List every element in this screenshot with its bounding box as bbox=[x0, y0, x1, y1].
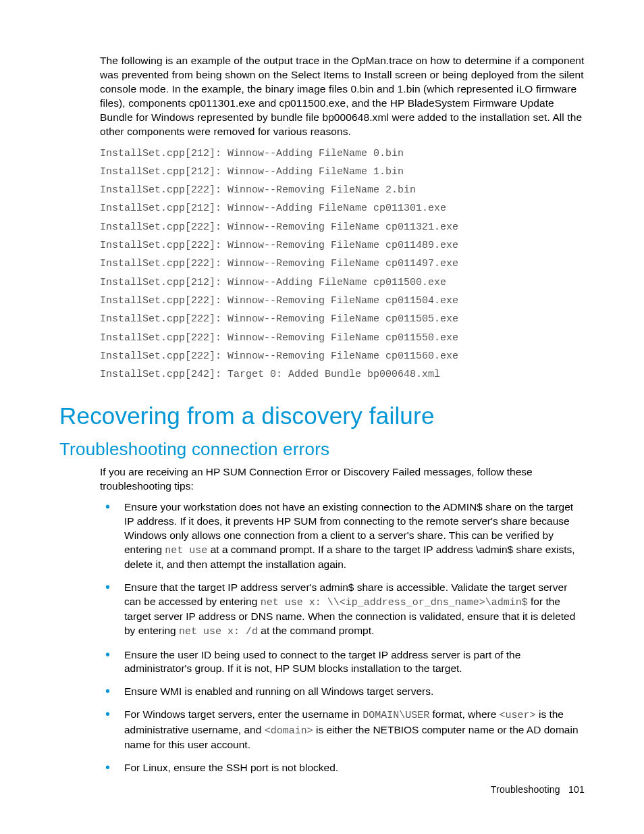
intro-paragraph: The following is an example of the outpu… bbox=[100, 54, 585, 139]
troubleshooting-list: Ensure your workstation does not have an… bbox=[100, 500, 585, 775]
footer-section-label: Troubleshooting bbox=[491, 784, 560, 795]
list-item: Ensure WMI is enabled and running on all… bbox=[100, 685, 585, 699]
trace-output: InstallSet.cpp[212]: Winnow--Adding File… bbox=[100, 145, 585, 384]
list-item: Ensure that the target IP address server… bbox=[100, 581, 585, 639]
intro-block: The following is an example of the outpu… bbox=[100, 54, 585, 384]
list-item: For Windows target servers, enter the us… bbox=[100, 708, 585, 752]
inline-code: net use x: \\<ip_address_or_dns_name>\ad… bbox=[261, 597, 528, 608]
inline-code: net use bbox=[165, 545, 207, 556]
list-item: Ensure the user ID being used to connect… bbox=[100, 648, 585, 677]
inline-code: DOMAIN\USER bbox=[363, 710, 429, 721]
page-content: The following is an example of the outpu… bbox=[0, 0, 644, 775]
list-item-text: For Windows target servers, enter the us… bbox=[124, 708, 363, 720]
list-item-text: Ensure WMI is enabled and running on all… bbox=[124, 685, 433, 697]
list-item-text: format, where bbox=[429, 708, 499, 720]
inline-code: net use x: /d bbox=[179, 626, 258, 637]
heading-troubleshooting: Troubleshooting connection errors bbox=[59, 439, 585, 460]
inline-code: <domain> bbox=[265, 725, 313, 737]
tips-intro: If you are receiving an HP SUM Connectio… bbox=[100, 465, 585, 494]
inline-code: <user> bbox=[500, 710, 536, 721]
footer-page-number: 101 bbox=[568, 784, 585, 795]
list-item: Ensure your workstation does not have an… bbox=[100, 500, 585, 572]
heading-recovering: Recovering from a discovery failure bbox=[59, 402, 585, 429]
list-item-text: For Linux, ensure the SSH port is not bl… bbox=[124, 762, 338, 773]
list-item-text: Ensure the user ID being used to connect… bbox=[124, 649, 520, 675]
list-item: For Linux, ensure the SSH port is not bl… bbox=[100, 761, 585, 775]
page-footer: Troubleshooting 101 bbox=[491, 784, 585, 795]
list-item-text: at the command prompt. bbox=[258, 625, 374, 636]
